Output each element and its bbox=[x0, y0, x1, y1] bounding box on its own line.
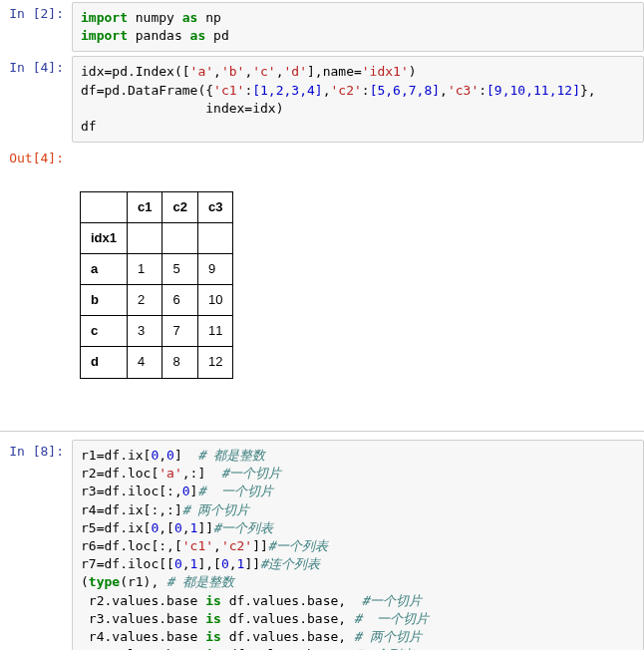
code-input-8[interactable]: r1=df.ix[0,0] # 都是整数 r2=df.loc['a',:] #一… bbox=[72, 440, 644, 650]
code: df.values.base, bbox=[221, 593, 362, 608]
kw-as: as bbox=[182, 10, 198, 25]
out-prompt-4: Out[4]: bbox=[0, 147, 72, 423]
str: 'c' bbox=[252, 64, 275, 79]
table-index-row: idx1 bbox=[81, 222, 233, 253]
th-c3: c3 bbox=[197, 191, 232, 222]
code: (r1), bbox=[120, 574, 159, 589]
cell-in-8: In [8]: r1=df.ix[0,0] # 都是整数 r2=df.loc['… bbox=[0, 438, 644, 650]
str: 'd' bbox=[284, 64, 307, 79]
comment: #一个列表 bbox=[268, 538, 328, 553]
output-4: c1 c2 c3 idx1 a159 b2610 c3711 d4812 bbox=[72, 147, 644, 423]
code: df bbox=[81, 119, 97, 134]
cell: 9 bbox=[197, 253, 232, 284]
table-row: c3711 bbox=[81, 316, 233, 347]
kw-is: is bbox=[205, 611, 221, 626]
comment: # 一个切片 bbox=[197, 484, 272, 498]
in-prompt-2: In [2]: bbox=[0, 2, 72, 52]
cell: 5 bbox=[162, 253, 197, 284]
code: df.values.base, bbox=[221, 611, 354, 626]
cell: 11 bbox=[197, 316, 232, 347]
code: , bbox=[182, 556, 190, 571]
row-idx: b bbox=[81, 285, 128, 316]
th-c1: c1 bbox=[128, 191, 162, 222]
in-prompt-8: In [8]: bbox=[0, 440, 72, 650]
code: ]] bbox=[197, 520, 213, 535]
num: 0 bbox=[174, 556, 182, 571]
kw-is: is bbox=[205, 593, 221, 608]
code: r3=df.iloc[:, bbox=[81, 484, 182, 498]
code: r3.values.base bbox=[81, 611, 205, 626]
str: 'b' bbox=[221, 64, 244, 79]
kw-import: import bbox=[81, 10, 128, 25]
code: r4.values.base bbox=[81, 629, 205, 644]
comment: # 一个切片 bbox=[354, 611, 429, 626]
str: 'c2' bbox=[330, 83, 361, 98]
str: 'c3' bbox=[448, 83, 479, 98]
table-row: a159 bbox=[81, 253, 233, 284]
cell: 4 bbox=[128, 347, 162, 378]
code: , bbox=[229, 556, 237, 571]
code: , bbox=[213, 538, 221, 553]
str: 'a' bbox=[190, 64, 213, 79]
comment: # 两个切片 bbox=[182, 502, 250, 517]
kw-is: is bbox=[205, 629, 221, 644]
code: }, bbox=[580, 83, 596, 98]
dataframe-table: c1 c2 c3 idx1 a159 b2610 c3711 d4812 bbox=[80, 191, 233, 379]
code: ],name= bbox=[307, 64, 362, 79]
th-index-name: idx1 bbox=[81, 222, 128, 253]
separator bbox=[0, 431, 644, 432]
comment: # 都是整数 bbox=[197, 448, 265, 463]
code: ],[ bbox=[197, 556, 220, 571]
cell: 12 bbox=[197, 347, 232, 378]
cell-in-4: In [4]: idx=pd.Index(['a','b','c','d'],n… bbox=[0, 54, 644, 145]
code: r6=df.loc[:,[ bbox=[81, 538, 182, 553]
code: r2=df.loc[ bbox=[81, 466, 159, 481]
num: [5,6,7,8] bbox=[370, 83, 440, 98]
str: 'c2' bbox=[221, 538, 252, 553]
cell-out-4: Out[4]: c1 c2 c3 idx1 a159 b2610 c3711 d… bbox=[0, 145, 644, 425]
code: ] bbox=[174, 448, 197, 463]
num: 0 bbox=[182, 484, 190, 498]
code: df=pd.DataFrame({ bbox=[81, 83, 213, 98]
table-header-row: c1 c2 c3 bbox=[81, 191, 233, 222]
code: r7=df.iloc[[ bbox=[81, 556, 174, 571]
cell: 6 bbox=[162, 285, 197, 316]
th-c2: c2 bbox=[162, 191, 197, 222]
alias-np: np bbox=[205, 10, 221, 25]
str: 'idx1' bbox=[362, 64, 409, 79]
code: df.values.base, bbox=[221, 629, 354, 644]
cell-in-2: In [2]: import numpy as np import pandas… bbox=[0, 0, 644, 54]
code: r1=df.ix[ bbox=[81, 448, 151, 463]
comment: # 都是整数 bbox=[166, 574, 234, 589]
cell: 2 bbox=[128, 285, 162, 316]
cell: 7 bbox=[162, 316, 197, 347]
alias-pd: pd bbox=[213, 28, 229, 43]
code: r4=df.ix[:,:] bbox=[81, 502, 182, 517]
comment: #一个切片 bbox=[221, 466, 281, 481]
kw-import: import bbox=[81, 28, 128, 43]
code: index=idx) bbox=[81, 101, 284, 116]
str: 'a' bbox=[159, 466, 181, 481]
num: 0 bbox=[174, 520, 182, 535]
str: 'c1' bbox=[182, 538, 213, 553]
comment: #一个切片 bbox=[362, 593, 422, 608]
cell: 1 bbox=[128, 253, 162, 284]
table-row: b2610 bbox=[81, 285, 233, 316]
cell: 8 bbox=[162, 347, 197, 378]
code: ) bbox=[409, 64, 417, 79]
num: [9,10,11,12] bbox=[486, 83, 580, 98]
row-idx: a bbox=[81, 253, 128, 284]
code: idx=pd.Index([ bbox=[81, 64, 190, 79]
code: , bbox=[159, 448, 166, 463]
code-input-2[interactable]: import numpy as np import pandas as pd bbox=[72, 2, 644, 52]
num: 0 bbox=[221, 556, 229, 571]
mod-pandas: pandas bbox=[136, 28, 182, 43]
comment: #一个列表 bbox=[213, 520, 273, 535]
code-input-4[interactable]: idx=pd.Index(['a','b','c','d'],name='idx… bbox=[72, 56, 644, 143]
code: ]] bbox=[244, 556, 260, 571]
fn-type: type bbox=[89, 574, 120, 589]
code: ,[ bbox=[159, 520, 174, 535]
cell: 10 bbox=[197, 285, 232, 316]
code: , bbox=[182, 520, 190, 535]
code: ( bbox=[81, 574, 89, 589]
